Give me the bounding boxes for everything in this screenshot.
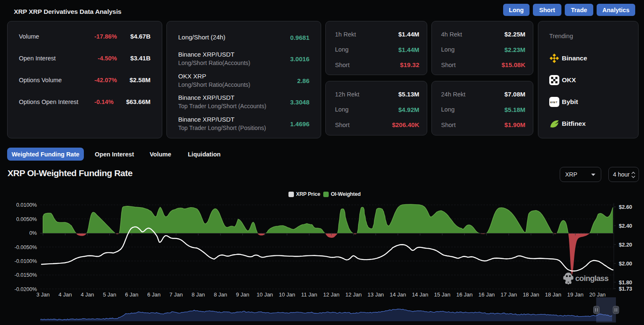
svg-text:BYB: BYB — [550, 101, 555, 104]
svg-text:7 Jan: 7 Jan — [169, 291, 183, 298]
svg-text:14 Jan: 14 Jan — [412, 291, 428, 298]
svg-text:4 Jan: 4 Jan — [59, 291, 72, 298]
svg-text:10 Jan: 10 Jan — [257, 291, 273, 298]
svg-text:0.0100%: 0.0100% — [16, 202, 37, 208]
svg-text:15 Jan: 15 Jan — [434, 291, 450, 298]
svg-text:T: T — [556, 101, 558, 104]
svg-text:4 Jan: 4 Jan — [80, 291, 94, 298]
svg-text:13 Jan: 13 Jan — [368, 291, 384, 298]
svg-text:$1.80: $1.80 — [619, 279, 632, 286]
svg-text:18 Jan: 18 Jan — [523, 291, 539, 298]
svg-text:18 Jan: 18 Jan — [545, 291, 561, 298]
svg-text:14 Jan: 14 Jan — [390, 291, 406, 298]
svg-text:10 Jan: 10 Jan — [279, 291, 295, 298]
svg-text:coinglass: coinglass — [575, 274, 608, 283]
svg-text:-0.0050%: -0.0050% — [14, 244, 37, 250]
svg-text:16 Jan: 16 Jan — [478, 291, 495, 298]
svg-text:$2.00: $2.00 — [619, 260, 632, 267]
svg-text:8 Jan: 8 Jan — [214, 291, 227, 298]
svg-text:0%: 0% — [29, 230, 37, 236]
svg-text:-0.0200%: -0.0200% — [14, 286, 37, 292]
svg-text:16 Jan: 16 Jan — [456, 291, 473, 298]
svg-text:11 Jan: 11 Jan — [301, 291, 317, 298]
svg-text:6 Jan: 6 Jan — [147, 291, 161, 298]
svg-text:12 Jan: 12 Jan — [345, 291, 362, 298]
svg-text:9 Jan: 9 Jan — [236, 291, 249, 298]
svg-text:3 Jan: 3 Jan — [36, 291, 50, 298]
svg-text:$1.73: $1.73 — [619, 286, 632, 292]
svg-text:12 Jan: 12 Jan — [323, 291, 340, 298]
svg-text:$2.60: $2.60 — [619, 204, 632, 210]
svg-text:-0.0150%: -0.0150% — [14, 272, 37, 278]
svg-text:6 Jan: 6 Jan — [125, 291, 138, 298]
svg-text:$2.20: $2.20 — [619, 242, 632, 248]
svg-text:-0.0100%: -0.0100% — [14, 258, 37, 264]
svg-text:19 Jan: 19 Jan — [567, 291, 584, 298]
svg-text:8 Jan: 8 Jan — [192, 291, 205, 298]
svg-text:20 Jan: 20 Jan — [589, 291, 606, 298]
svg-text:$2.40: $2.40 — [619, 223, 632, 229]
svg-text:0.0050%: 0.0050% — [16, 216, 37, 222]
svg-text:5 Jan: 5 Jan — [103, 291, 116, 298]
svg-text:17 Jan: 17 Jan — [501, 291, 517, 298]
